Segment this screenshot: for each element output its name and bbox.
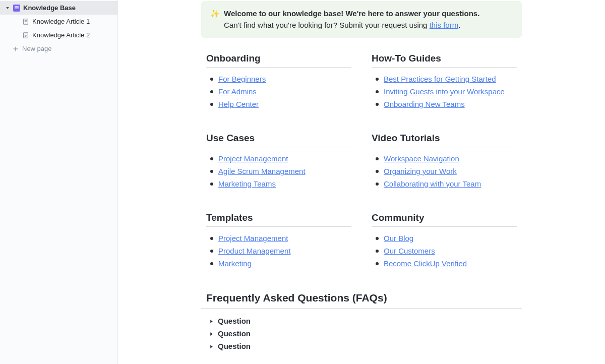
faq-item[interactable]: Question — [206, 327, 517, 340]
section-link[interactable]: Workspace Navigation — [384, 154, 459, 163]
list-item: Our Customers — [372, 247, 517, 255]
sidebar-article-1-label: Knowledge Article 1 — [32, 18, 90, 25]
main-content: ✨ Welcome to our knowledge base! We're h… — [118, 0, 605, 364]
faq-question-label: Question — [218, 329, 251, 338]
list-item: Become ClickUp Verified — [372, 259, 517, 268]
faq-list: QuestionQuestionQuestion — [206, 315, 517, 352]
section-title: Use Cases — [206, 133, 351, 147]
list-item: For Admins — [206, 87, 351, 96]
list-item: For Beginners — [206, 75, 351, 83]
section: OnboardingFor BeginnersFor AdminsHelp Ce… — [206, 53, 351, 112]
welcome-banner: ✨ Welcome to our knowledge base! We're h… — [201, 1, 522, 38]
caret-right-icon — [209, 342, 214, 350]
section-title: Templates — [206, 212, 351, 227]
caret-down-icon — [5, 6, 10, 11]
sections-grid: OnboardingFor BeginnersFor AdminsHelp Ce… — [206, 53, 517, 272]
section-link[interactable]: Become ClickUp Verified — [384, 259, 467, 268]
link-list: Project ManagementProduct ManagementMark… — [206, 234, 351, 268]
section-link[interactable]: Onboarding New Teams — [384, 100, 465, 108]
section-title: Community — [372, 212, 517, 227]
caret-right-icon — [209, 317, 214, 325]
faq-item[interactable]: Question — [206, 315, 517, 327]
list-item: Organizing your Work — [372, 167, 517, 175]
section-link[interactable]: Best Practices for Getting Started — [384, 75, 496, 83]
list-item: Marketing — [206, 259, 351, 268]
section: How-To GuidesBest Practices for Getting … — [372, 53, 517, 112]
section-link[interactable]: Our Blog — [384, 234, 413, 242]
section-link[interactable]: Agile Scrum Management — [218, 167, 306, 175]
section: Use CasesProject ManagementAgile Scrum M… — [206, 133, 351, 192]
list-item: Onboarding New Teams — [372, 100, 517, 108]
section-title: Video Tutorials — [372, 133, 517, 147]
list-item: Our Blog — [372, 234, 517, 242]
list-item: Product Management — [206, 247, 351, 255]
list-item: Project Management — [206, 234, 351, 242]
banner-text: Welcome to our knowledge base! We're her… — [224, 8, 479, 31]
list-item: Workspace Navigation — [372, 154, 517, 163]
banner-headline: Welcome to our knowledge base! We're her… — [224, 9, 479, 18]
document-icon — [22, 32, 29, 39]
list-item: Best Practices for Getting Started — [372, 75, 517, 83]
new-page-label: New page — [22, 45, 52, 52]
sparkle-icon: ✨ — [210, 8, 220, 20]
section: Video TutorialsWorkspace NavigationOrgan… — [372, 133, 517, 192]
link-list: Project ManagementAgile Scrum Management… — [206, 154, 351, 188]
sidebar-item-article-2[interactable]: Knowledge Article 2 — [0, 28, 117, 42]
list-item: Collaborating with your Team — [372, 179, 517, 188]
section-link[interactable]: Project Management — [218, 154, 288, 163]
faq-question-label: Question — [218, 317, 251, 325]
faq-item[interactable]: Question — [206, 340, 517, 352]
document-icon — [22, 18, 29, 25]
link-list: Our BlogOur CustomersBecome ClickUp Veri… — [372, 234, 517, 268]
link-list: Workspace NavigationOrganizing your Work… — [372, 154, 517, 188]
section-link[interactable]: For Admins — [218, 87, 257, 96]
section-link[interactable]: Inviting Guests into your Workspace — [384, 87, 505, 96]
section-link[interactable]: Marketing Teams — [218, 179, 276, 188]
sidebar: Knowledge Base Knowledge Article 1 Knowl… — [0, 0, 118, 364]
sidebar-item-article-1[interactable]: Knowledge Article 1 — [0, 15, 117, 28]
list-item: Project Management — [206, 154, 351, 163]
sidebar-item-knowledge-base[interactable]: Knowledge Base — [0, 1, 117, 15]
section-link[interactable]: Help Center — [218, 100, 259, 108]
list-item: Help Center — [206, 100, 351, 108]
list-item: Marketing Teams — [206, 179, 351, 188]
section: TemplatesProject ManagementProduct Manag… — [206, 212, 351, 272]
faq-title: Frequently Asked Questions (FAQs) — [206, 292, 517, 304]
section-link[interactable]: Our Customers — [384, 247, 435, 255]
sidebar-article-2-label: Knowledge Article 2 — [32, 31, 90, 39]
section-link[interactable]: Project Management — [218, 234, 288, 242]
link-list: Best Practices for Getting StartedInviti… — [372, 75, 517, 108]
faq-question-label: Question — [218, 342, 251, 350]
knowledge-base-icon — [13, 5, 20, 12]
section-link[interactable]: For Beginners — [218, 75, 266, 83]
list-item: Inviting Guests into your Workspace — [372, 87, 517, 96]
section-link[interactable]: Collaborating with your Team — [384, 179, 481, 188]
list-item: Agile Scrum Management — [206, 167, 351, 175]
caret-right-icon — [209, 329, 214, 338]
sidebar-root-label: Knowledge Base — [23, 4, 76, 12]
link-list: For BeginnersFor AdminsHelp Center — [206, 75, 351, 108]
banner-subtext-b: . — [458, 21, 460, 29]
sidebar-new-page[interactable]: New page — [0, 42, 117, 55]
banner-form-link[interactable]: this form — [430, 21, 459, 29]
section-link[interactable]: Marketing — [218, 259, 252, 268]
section-link[interactable]: Product Management — [218, 247, 290, 255]
section: CommunityOur BlogOur CustomersBecome Cli… — [372, 212, 517, 272]
section-title: Onboarding — [206, 53, 351, 68]
plus-icon — [12, 45, 19, 52]
section-link[interactable]: Organizing your Work — [384, 167, 457, 175]
section-title: How-To Guides — [372, 53, 517, 68]
banner-subtext-a: Can't find what you're looking for? Subm… — [224, 21, 430, 29]
